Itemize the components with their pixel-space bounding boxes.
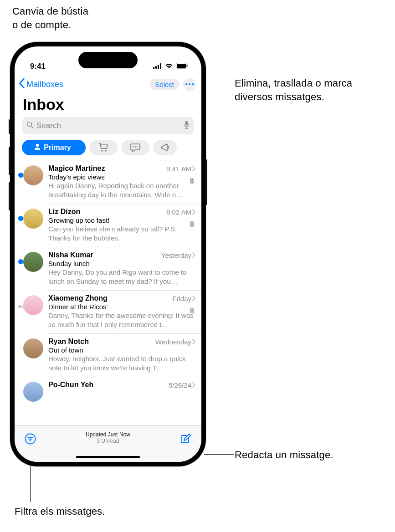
- svg-rect-0: [153, 67, 154, 69]
- avatar: [23, 165, 43, 185]
- search-icon: [26, 121, 34, 130]
- message-row[interactable]: Magico Martinez 9:41 AM Today's epic vie…: [15, 160, 201, 204]
- attachment-icon: [190, 307, 195, 314]
- chevron-left-icon: [18, 78, 26, 91]
- cellular-icon: [153, 62, 162, 71]
- chevron-right-icon: [192, 382, 196, 388]
- category-transactions[interactable]: [89, 140, 118, 155]
- toolbar-status: Updated Just Now 3 Unread: [86, 430, 130, 444]
- message-subject: Dinner at the Ricos': [48, 303, 196, 311]
- sender-name: Magico Martinez: [48, 164, 105, 173]
- message-preview: Hi again Danny, Reporting back on anothe…: [48, 181, 196, 199]
- wifi-icon: [165, 62, 173, 71]
- ellipsis-icon: [185, 83, 194, 85]
- message-date: Wednesday: [155, 338, 191, 346]
- back-label: Mailboxes: [26, 80, 63, 89]
- sender-name: Ryan Notch: [48, 338, 89, 346]
- sender-name: Liz Dizon: [48, 208, 80, 216]
- message-date: 8:02 AM: [166, 208, 191, 216]
- svg-point-16: [101, 150, 103, 152]
- unread-dot: [18, 259, 23, 264]
- svg-point-8: [189, 83, 190, 85]
- select-button[interactable]: Select: [149, 79, 180, 90]
- avatar: [23, 209, 43, 229]
- status-time: 9:41: [30, 62, 46, 71]
- svg-point-7: [185, 83, 187, 85]
- svg-point-20: [137, 146, 138, 147]
- more-button[interactable]: [183, 78, 196, 91]
- message-row[interactable]: Nisha Kumar Yesterday Sunday lunch Hey D…: [15, 247, 201, 290]
- message-preview: Howdy, neighbor, Just wanted to drop a q…: [48, 354, 196, 372]
- chevron-right-icon: [192, 209, 196, 215]
- iphone-frame: 9:41 Mailboxes Se: [10, 42, 206, 466]
- sender-name: Nisha Kumar: [48, 251, 93, 259]
- message-row[interactable]: Xiaomeng Zhong Friday Dinner at the Rico…: [15, 290, 201, 333]
- message-list[interactable]: Magico Martinez 9:41 AM Today's epic vie…: [15, 160, 201, 441]
- attachment-icon: [190, 221, 195, 227]
- callout-select-multiple: Elimina, trasllada o marca diversos miss…: [235, 77, 352, 103]
- unread-dot: [18, 216, 23, 221]
- home-indicator[interactable]: [76, 456, 140, 458]
- category-row: Primary: [15, 139, 201, 160]
- cart-icon: [98, 143, 108, 152]
- message-date: 9:41 AM: [166, 165, 191, 173]
- category-updates[interactable]: [121, 140, 149, 155]
- svg-line-11: [31, 126, 33, 128]
- chevron-right-icon: [192, 296, 196, 301]
- chevron-right-icon: [192, 339, 196, 344]
- message-subject: Out of town: [48, 346, 196, 354]
- search-input[interactable]: Search: [22, 117, 194, 134]
- svg-point-19: [135, 146, 136, 147]
- svg-point-15: [36, 144, 39, 147]
- sender-name: Po-Chun Yeh: [48, 381, 93, 389]
- battery-icon: [176, 62, 189, 71]
- message-subject: Sunday lunch: [48, 260, 196, 267]
- unread-dot: [18, 173, 23, 178]
- message-preview: Danny, Thanks for the awesome evening! I…: [48, 311, 196, 329]
- category-primary-label: Primary: [44, 143, 71, 152]
- back-button[interactable]: Mailboxes: [18, 78, 63, 91]
- avatar: [23, 252, 43, 272]
- callout-switch-mailbox: Canvia de bústia o de compte.: [12, 5, 88, 31]
- screen: 9:41 Mailboxes Se: [15, 46, 201, 462]
- sender-name: Xiaomeng Zhong: [48, 294, 108, 302]
- compose-icon: [180, 433, 191, 445]
- svg-rect-2: [158, 65, 159, 69]
- svg-point-18: [133, 146, 134, 147]
- svg-rect-5: [177, 64, 186, 68]
- filter-button[interactable]: [25, 430, 36, 446]
- message-row[interactable]: Po-Chun Yeh 5/29/24: [15, 377, 201, 402]
- search-placeholder: Search: [36, 121, 181, 130]
- svg-rect-3: [160, 63, 161, 69]
- page-title: Inbox: [15, 94, 201, 116]
- reply-icon: [17, 303, 24, 312]
- callout-compose: Redacta un missatge.: [235, 448, 333, 462]
- attachment-icon: [190, 178, 195, 184]
- message-date: Friday: [172, 295, 191, 302]
- message-subject: Growing up too fast!: [48, 216, 196, 224]
- category-primary[interactable]: Primary: [22, 140, 86, 155]
- filter-icon: [25, 433, 36, 445]
- message-subject: Today's epic views: [48, 173, 196, 181]
- svg-rect-6: [187, 65, 188, 67]
- svg-point-17: [105, 150, 107, 152]
- bottom-toolbar: Updated Just Now 3 Unread: [15, 425, 201, 462]
- chevron-right-icon: [192, 252, 196, 258]
- svg-point-9: [192, 83, 194, 85]
- nav-bar: Mailboxes Select: [15, 74, 201, 94]
- category-promotions[interactable]: [153, 140, 177, 155]
- mic-icon[interactable]: [184, 121, 190, 131]
- message-row[interactable]: Ryan Notch Wednesday Out of town Howdy, …: [15, 333, 201, 377]
- unread-count: 3 Unread: [86, 438, 130, 444]
- compose-button[interactable]: [180, 430, 191, 446]
- megaphone-icon: [160, 143, 170, 152]
- chat-icon: [130, 143, 140, 152]
- message-row[interactable]: Liz Dizon 8:02 AM Growing up too fast! C…: [15, 204, 201, 247]
- message-preview: Can you believe she's already so tall? P…: [48, 225, 196, 242]
- message-date: Yesterday: [161, 251, 191, 259]
- avatar: [23, 338, 43, 358]
- chevron-right-icon: [192, 166, 196, 171]
- dynamic-island: [78, 52, 138, 68]
- message-preview: Hey Danny, Do you and Rigo want to come …: [48, 268, 196, 286]
- message-date: 5/29/24: [169, 381, 191, 389]
